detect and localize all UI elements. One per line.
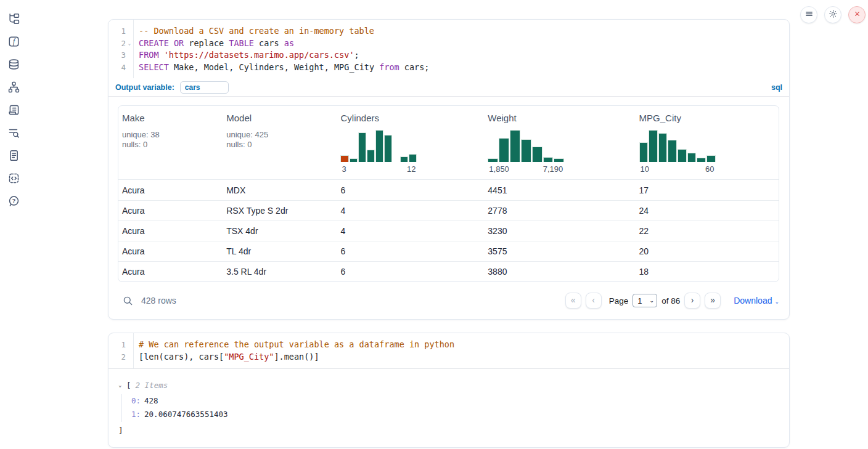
code-line: 1# We can reference the output variable …: [108, 339, 789, 351]
page-total: of 86: [661, 296, 680, 305]
histogram-bar: [649, 130, 658, 162]
download-button[interactable]: Download ⌄: [734, 296, 779, 305]
fold-spacer: [126, 351, 133, 363]
output-variable-input[interactable]: [180, 81, 229, 94]
histogram-weight: [488, 130, 564, 162]
sidebar-item-snippets[interactable]: [6, 173, 21, 185]
snippets-icon: [8, 172, 20, 186]
collapse-toggle-icon[interactable]: ⌄: [118, 382, 126, 388]
histogram-bar: [499, 138, 509, 162]
tree-entry-value: 428: [144, 396, 158, 405]
sidebar-item-logs[interactable]: [6, 127, 21, 140]
code-text: FROM 'https://datasets.marimo.app/cars.c…: [133, 49, 359, 62]
column-header-model[interactable]: Modelunique: 425nulls: 0: [223, 113, 337, 174]
tree-entry-key: 1:: [131, 410, 141, 419]
line-gutter: 1: [108, 25, 133, 38]
notebook-cells: 1-- Download a CSV and create an in-memo…: [108, 19, 790, 448]
line-gutter: 2: [108, 351, 133, 363]
table-row: AcuraMDX6445117: [118, 180, 779, 200]
column-name: MPG_City: [639, 113, 779, 123]
fold-spacer: [126, 62, 133, 74]
search-icon: [123, 296, 133, 306]
column-nulls-stat: nulls: 0: [226, 140, 337, 150]
search-button[interactable]: [123, 296, 133, 306]
output-variable-label: Output variable:: [115, 83, 174, 92]
column-name: Model: [226, 113, 337, 123]
tree-entry: 0:428: [131, 394, 779, 408]
settings-icon: [829, 9, 838, 20]
column-header-mpg_city[interactable]: MPG_City1060: [636, 113, 779, 174]
table-cell: 3.5 RL 4dr: [223, 267, 337, 277]
shutdown-icon: [853, 10, 861, 20]
histogram-bar: [532, 147, 542, 162]
svg-text:f: f: [12, 38, 15, 46]
histogram-bar: [367, 150, 375, 162]
sql-cell-output: Makeunique: 38nulls: 0Modelunique: 425nu…: [108, 97, 789, 319]
line-number: 1: [121, 339, 126, 351]
column-name: Weight: [488, 113, 635, 123]
logs-icon: [8, 127, 20, 140]
table-cell: Acura: [118, 246, 223, 256]
page-select[interactable]: 1 ⌄: [633, 294, 657, 307]
chevron-down-icon: ⌄: [774, 297, 779, 305]
table-row: AcuraRSX Type S 2dr4277824: [118, 200, 779, 220]
close-bracket: ]: [118, 425, 779, 436]
table-body: AcuraMDX6445117AcuraRSX Type S 2dr427782…: [118, 180, 779, 281]
menu-button[interactable]: [800, 6, 817, 23]
fold-spacer: [126, 25, 133, 38]
sidebar-item-scratchpad[interactable]: [6, 105, 21, 117]
sql-editor[interactable]: 1-- Download a CSV and create an in-memo…: [108, 20, 789, 78]
documentation-icon: [8, 150, 20, 163]
table-cell: 4451: [484, 185, 635, 195]
sidebar-item-dependency-graph[interactable]: [6, 82, 21, 94]
tree-children: 0:4281:20.060747663551403: [121, 394, 779, 422]
sidebar-item-database[interactable]: [6, 59, 21, 71]
histogram-bar: [350, 158, 358, 163]
code-text: # We can reference the output variable a…: [133, 339, 454, 351]
line-number: 2: [121, 38, 126, 50]
column-header-weight[interactable]: Weight1,8507,190: [484, 113, 635, 174]
help-icon: ?: [8, 195, 20, 209]
last-page-button[interactable]: »: [705, 293, 721, 309]
column-header-cylinders[interactable]: Cylinders312: [337, 113, 484, 174]
column-header-make[interactable]: Makeunique: 38nulls: 0: [118, 113, 223, 174]
axis-max-label: 12: [407, 164, 416, 174]
shutdown-button[interactable]: [848, 6, 866, 23]
histogram-bar: [554, 158, 564, 162]
histogram-cylinders: [340, 130, 417, 162]
sidebar-item-functions[interactable]: f: [6, 36, 21, 49]
code-text: SELECT Make, Model, Cylinders, Weight, M…: [133, 62, 429, 74]
prev-page-button[interactable]: ‹: [586, 293, 602, 309]
table-cell: 6: [337, 267, 484, 277]
next-page-button[interactable]: ›: [684, 293, 700, 309]
line-gutter: 4: [108, 62, 133, 74]
row-count: 428 rows: [141, 296, 176, 305]
marimo-notebook: f? 1-- Download a CSV and create an in-m…: [0, 0, 868, 449]
table-cell: 4: [337, 206, 484, 216]
table-row: AcuraTSX 4dr4323022: [118, 220, 779, 241]
python-editor[interactable]: 1# We can reference the output variable …: [108, 333, 789, 368]
histogram-axis: 1060: [639, 164, 716, 174]
histogram-bar: [639, 142, 649, 162]
code-text: -- Download a CSV and create an in-memor…: [133, 25, 374, 38]
chevron-right-icon: ›: [691, 295, 694, 305]
sidebar-item-help[interactable]: ?: [6, 196, 21, 208]
chevrons-left-icon: «: [571, 295, 576, 305]
settings-button[interactable]: [824, 6, 841, 23]
line-number: 4: [121, 62, 126, 74]
menu-icon: [805, 9, 814, 20]
table-cell: RSX Type S 2dr: [223, 206, 337, 216]
histogram-bar: [706, 155, 716, 162]
chevrons-right-icon: »: [710, 295, 715, 305]
code-line: 4SELECT Make, Model, Cylinders, Weight, …: [108, 62, 789, 74]
sidebar-item-documentation[interactable]: [6, 150, 21, 163]
fold-toggle-icon[interactable]: ⌄: [126, 38, 133, 50]
code-line: 1-- Download a CSV and create an in-memo…: [108, 25, 789, 38]
histogram-axis: 1,8507,190: [488, 164, 564, 174]
table-footer: 428 rows « ‹ Page 1 ⌄ of 86 › » Down: [118, 289, 779, 312]
table-cell: TSX 4dr: [223, 226, 337, 236]
sidebar-item-file-tree[interactable]: [6, 14, 21, 26]
table-cell: Acura: [118, 185, 223, 195]
histogram-bar: [375, 130, 383, 162]
first-page-button[interactable]: «: [565, 293, 581, 309]
